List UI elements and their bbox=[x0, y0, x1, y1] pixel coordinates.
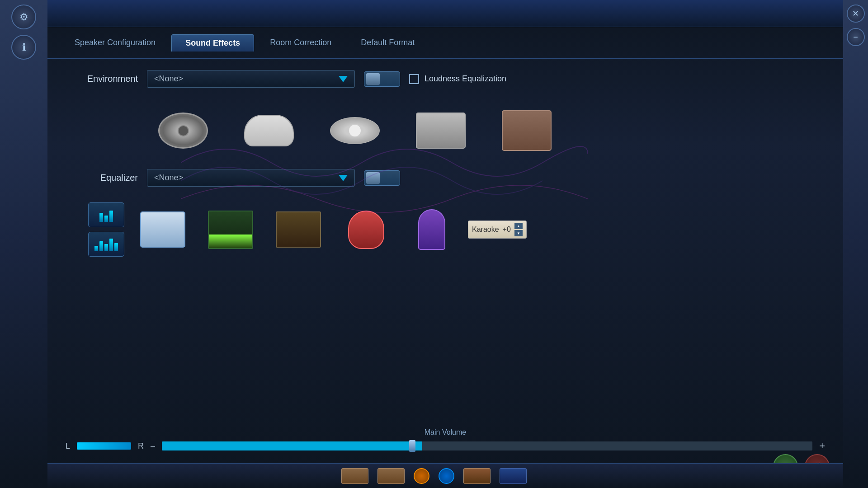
tab-speaker-configuration[interactable]: Speaker Configuration bbox=[61, 34, 169, 51]
eq-b2 bbox=[99, 241, 103, 251]
taskbar-item-4[interactable] bbox=[500, 468, 527, 484]
left-sidebar: ⚙ ℹ bbox=[0, 0, 47, 488]
close-button[interactable]: ✕ bbox=[847, 5, 865, 23]
environment-toggle[interactable] bbox=[364, 71, 400, 87]
eq-b3 bbox=[104, 244, 108, 251]
volume-section: Main Volume L R – + bbox=[47, 428, 843, 452]
volume-plus[interactable]: + bbox=[819, 440, 825, 452]
eq-toggle-thumb bbox=[366, 172, 380, 184]
tab-navigation: Speaker Configuration Sound Effects Room… bbox=[47, 27, 843, 59]
taskbar-item-3[interactable] bbox=[463, 468, 491, 484]
loudness-checkbox-container: Loudness Equalization bbox=[409, 74, 506, 84]
effect-icon-club[interactable] bbox=[269, 200, 328, 259]
effect-icon-mic[interactable] bbox=[405, 200, 459, 259]
bottom-icons-row: Karaoke +0 ▲ ▼ bbox=[88, 196, 825, 263]
equalizer-dropdown-arrow bbox=[339, 175, 348, 181]
taskbar-dot-blue[interactable] bbox=[439, 468, 454, 484]
eq-b5 bbox=[114, 243, 118, 251]
close-icon: ✕ bbox=[852, 9, 859, 19]
mic-visual bbox=[418, 209, 445, 250]
eq-band-1 bbox=[99, 213, 103, 222]
main-content: Speaker Configuration Sound Effects Room… bbox=[47, 0, 843, 488]
minimize-button[interactable]: − bbox=[847, 28, 865, 46]
volume-slider-thumb bbox=[409, 440, 415, 452]
effect-icon-piano[interactable] bbox=[133, 200, 192, 259]
stage-visual bbox=[328, 108, 382, 153]
theater-shape bbox=[502, 110, 552, 151]
environment-icon-disc[interactable] bbox=[147, 101, 219, 160]
left-channel-label: L bbox=[66, 441, 70, 451]
right-sidebar: ✕ − bbox=[843, 0, 868, 488]
karaoke-control: Karaoke +0 ▲ ▼ bbox=[468, 221, 527, 239]
box-visual bbox=[414, 108, 468, 153]
environment-icons-grid bbox=[147, 97, 825, 169]
environment-icon-stage[interactable] bbox=[319, 101, 391, 160]
concert-base bbox=[209, 235, 252, 248]
environment-dropdown[interactable]: <None> bbox=[147, 70, 355, 88]
karaoke-value: +0 bbox=[503, 225, 511, 234]
guitar-icon-visual bbox=[99, 208, 113, 222]
bathtub-shape bbox=[244, 115, 294, 146]
disc-inner bbox=[178, 125, 189, 136]
equalizer-row: Equalizer <None> bbox=[66, 169, 825, 187]
environment-icon-bathtub[interactable] bbox=[233, 101, 305, 160]
effect-icon-guitar[interactable] bbox=[337, 200, 396, 259]
environment-dropdown-arrow bbox=[339, 76, 348, 82]
main-volume-slider[interactable] bbox=[162, 441, 812, 450]
side-control-guitar-btn[interactable] bbox=[88, 202, 124, 227]
taskbar-item-2[interactable] bbox=[377, 468, 405, 484]
eq-band-3 bbox=[109, 211, 113, 222]
tab-default-format[interactable]: Default Format bbox=[347, 34, 428, 51]
volume-label: Main Volume bbox=[66, 428, 825, 436]
info-icon: ℹ bbox=[22, 42, 26, 53]
volume-row: L R – + bbox=[66, 440, 825, 452]
piano-visual bbox=[140, 211, 185, 248]
disc-visual bbox=[156, 108, 210, 153]
eq-b4 bbox=[109, 239, 113, 251]
concert-visual bbox=[208, 211, 253, 249]
equalizer-toggle[interactable] bbox=[364, 170, 400, 186]
top-bar bbox=[47, 0, 843, 27]
guitar-visual bbox=[348, 211, 384, 249]
info-button[interactable]: ℹ bbox=[11, 35, 36, 60]
eq-b1 bbox=[94, 246, 98, 251]
settings-button[interactable]: ⚙ bbox=[11, 5, 36, 29]
eq-icon-visual bbox=[94, 238, 118, 251]
left-volume-bar bbox=[77, 442, 131, 450]
side-control-eq-btn[interactable] bbox=[88, 232, 124, 257]
stage-inner bbox=[348, 124, 362, 137]
karaoke-spinner: ▲ ▼ bbox=[514, 223, 523, 236]
loudness-label: Loudness Equalization bbox=[425, 74, 506, 84]
bottom-taskbar bbox=[0, 463, 868, 488]
karaoke-up-button[interactable]: ▲ bbox=[514, 223, 523, 229]
disc-shape bbox=[158, 113, 208, 149]
tab-room-correction[interactable]: Room Correction bbox=[256, 34, 345, 51]
equalizer-dropdown[interactable]: <None> bbox=[147, 169, 355, 187]
environment-icon-box[interactable] bbox=[405, 101, 477, 160]
eq-band-2 bbox=[104, 216, 108, 222]
equalizer-value: <None> bbox=[154, 173, 183, 183]
equalizer-label: Equalizer bbox=[66, 173, 138, 183]
theater-visual bbox=[500, 108, 554, 153]
box-shape bbox=[416, 113, 466, 149]
loudness-checkbox[interactable] bbox=[409, 74, 419, 84]
karaoke-down-button[interactable]: ▼ bbox=[514, 230, 523, 236]
environment-value: <None> bbox=[154, 74, 183, 84]
bathtub-visual bbox=[242, 108, 296, 153]
panel-content: Environment <None> Loudness Equalization bbox=[47, 59, 843, 275]
right-channel-label: R bbox=[138, 441, 144, 451]
karaoke-label: Karaoke bbox=[472, 225, 499, 234]
gear-icon: ⚙ bbox=[19, 11, 28, 23]
toggle-thumb bbox=[366, 73, 380, 85]
environment-row: Environment <None> Loudness Equalization bbox=[66, 70, 825, 88]
effect-icon-concert[interactable] bbox=[201, 200, 260, 259]
tab-sound-effects[interactable]: Sound Effects bbox=[171, 34, 254, 52]
stage-shape bbox=[330, 117, 380, 144]
taskbar-dot-orange[interactable] bbox=[414, 468, 429, 484]
environment-icon-theater[interactable] bbox=[491, 101, 563, 160]
volume-minus[interactable]: – bbox=[151, 441, 155, 451]
taskbar-item-1[interactable] bbox=[341, 468, 368, 484]
environment-label: Environment bbox=[66, 74, 138, 84]
minimize-icon: − bbox=[853, 33, 858, 42]
club-visual bbox=[276, 211, 321, 248]
